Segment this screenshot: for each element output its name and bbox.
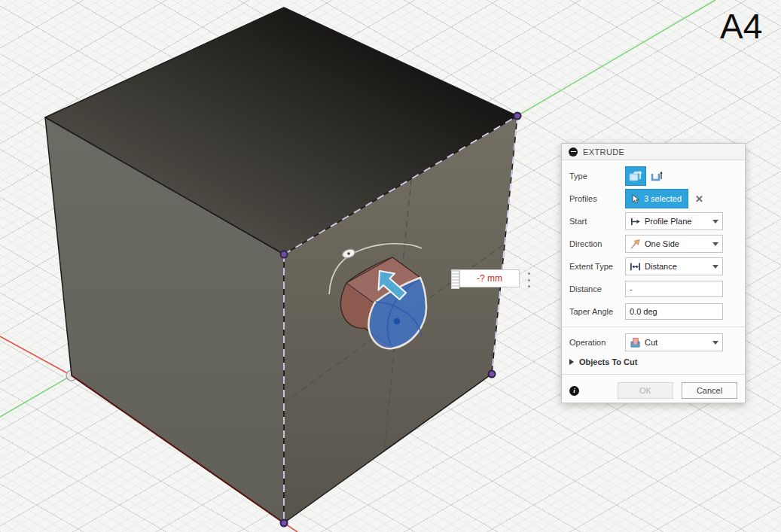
profiles-row: Profiles 3 selected ✕: [562, 187, 745, 210]
direction-row: Direction One Side: [562, 233, 745, 255]
direction-label: Direction: [569, 239, 625, 248]
direction-value: One Side: [645, 239, 679, 248]
taper-angle-row: Taper Angle: [562, 300, 745, 323]
start-dropdown[interactable]: Profile Plane: [625, 212, 723, 230]
distance-input[interactable]: [625, 281, 723, 297]
cut-operation-icon: [630, 337, 641, 348]
taper-angle-input[interactable]: [625, 303, 723, 320]
distance-label: Distance: [569, 284, 625, 293]
extrude-dialog: EXTRUDE Type: [561, 143, 746, 403]
profiles-count: 3 selected: [644, 194, 682, 203]
dialog-footer: i OK Cancel: [562, 378, 745, 403]
dialog-title: EXTRUDE: [583, 147, 624, 157]
disclosure-triangle-icon: [569, 359, 574, 365]
extrude-solid-icon: [628, 169, 643, 184]
objects-to-cut-toggle[interactable]: Objects To Cut: [562, 354, 745, 370]
operation-dropdown[interactable]: Cut: [625, 333, 723, 351]
vertex-point[interactable]: [489, 371, 496, 378]
start-row: Start Profile Plane: [562, 210, 745, 233]
type-label: Type: [569, 172, 625, 181]
dimension-input-group: [451, 269, 520, 289]
type-row: Type: [562, 165, 745, 187]
operation-value: Cut: [645, 338, 657, 347]
profile-plane-icon: [630, 216, 641, 227]
vertex-point[interactable]: [281, 251, 288, 258]
operation-row: Operation Cut: [562, 331, 745, 354]
collapse-icon[interactable]: [569, 147, 578, 157]
chevron-down-icon: [712, 341, 718, 345]
thin-extrude-icon: [649, 169, 664, 184]
dimension-input[interactable]: [459, 269, 520, 287]
y-axis-line-right: [517, 0, 715, 116]
type-thin-extrude-button[interactable]: [646, 166, 667, 186]
chevron-down-icon: [712, 220, 718, 223]
dimension-options-menu[interactable]: [526, 272, 531, 287]
profiles-label: Profiles: [569, 194, 625, 203]
section-divider: [562, 327, 745, 327]
extent-type-dropdown[interactable]: Distance: [625, 257, 723, 275]
sheet-size-label: A4: [720, 9, 762, 44]
chevron-down-icon: [712, 242, 718, 246]
taper-angle-label: Taper Angle: [569, 307, 625, 316]
start-label: Start: [569, 217, 625, 226]
extent-type-value: Distance: [645, 262, 677, 271]
operation-label: Operation: [569, 338, 625, 347]
viewport-canvas[interactable]: A4 EXTRUDE Type: [0, 0, 781, 532]
rotate-handle-dot: [347, 252, 350, 255]
info-icon[interactable]: i: [569, 386, 579, 396]
clear-selection-icon[interactable]: ✕: [695, 194, 703, 204]
chevron-down-icon: [712, 265, 718, 269]
y-axis-line-left: [0, 375, 72, 417]
vertex-point[interactable]: [281, 520, 288, 527]
direction-dropdown[interactable]: One Side: [625, 235, 723, 253]
distance-row: Distance: [562, 278, 745, 300]
ok-button[interactable]: OK: [618, 382, 673, 399]
cancel-button[interactable]: Cancel: [682, 382, 737, 399]
objects-to-cut-label: Objects To Cut: [579, 357, 637, 366]
distance-icon: [630, 261, 641, 272]
extent-type-row: Extent Type Distance: [562, 255, 745, 278]
type-extrude-button[interactable]: [625, 166, 646, 186]
cursor-icon: [632, 194, 640, 204]
x-axis-line: [0, 336, 72, 375]
dimension-drag-handle[interactable]: [451, 269, 459, 289]
start-value: Profile Plane: [645, 217, 691, 226]
section-divider: [562, 374, 745, 375]
profiles-selected-button[interactable]: 3 selected: [625, 189, 688, 208]
one-side-icon: [630, 239, 641, 250]
vertex-point[interactable]: [514, 113, 521, 120]
extent-type-label: Extent Type: [569, 262, 625, 271]
profile-center-point[interactable]: [394, 318, 401, 325]
dialog-header[interactable]: EXTRUDE: [562, 144, 745, 160]
